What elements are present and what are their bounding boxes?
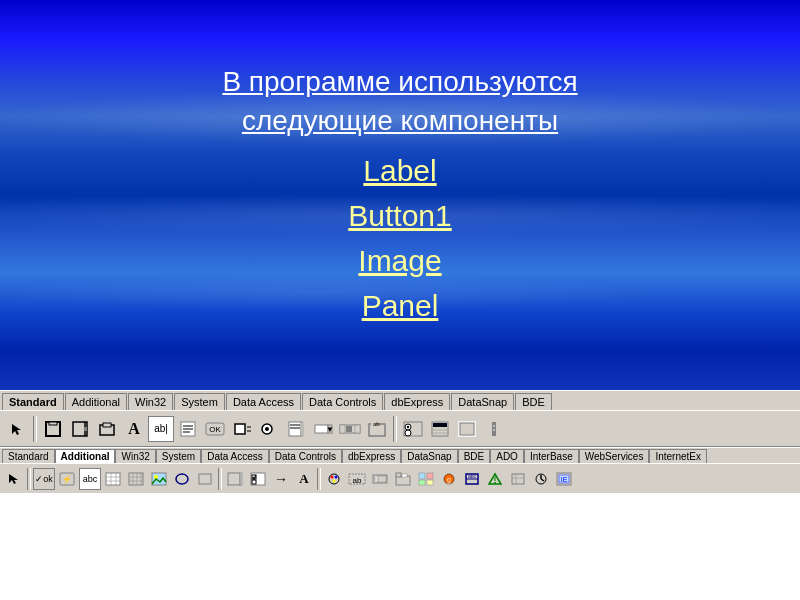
svg-rect-14 <box>235 424 245 434</box>
controlbar-btn[interactable] <box>369 468 391 490</box>
tab-additional[interactable]: Additional <box>65 393 127 410</box>
svg-text:IE: IE <box>561 476 568 483</box>
toolbar-icons-2: ✓ok ⚡ abc <box>0 463 800 493</box>
svg-rect-2 <box>49 422 57 425</box>
tab-system[interactable]: System <box>174 393 225 410</box>
svg-text:ab: ab <box>373 421 380 427</box>
svg-rect-28 <box>355 425 360 433</box>
tab-datasnap[interactable]: DataSnap <box>451 393 514 410</box>
tool-extra-5[interactable] <box>530 468 552 490</box>
svg-point-73 <box>333 479 336 482</box>
slide-component-label: Label <box>222 148 577 193</box>
panel-btn[interactable] <box>454 416 480 442</box>
maskedit-btn[interactable]: abc <box>79 468 101 490</box>
svg-text:g: g <box>447 476 451 484</box>
tab2-datasnap[interactable]: DataSnap <box>401 449 457 463</box>
listbox-btn[interactable] <box>283 416 309 442</box>
tab2-ado[interactable]: ADO <box>490 449 524 463</box>
tab2-standard[interactable]: Standard <box>2 449 55 463</box>
statictext-btn[interactable]: ab <box>346 468 368 490</box>
edit-btn[interactable]: ab| <box>148 416 174 442</box>
label-btn[interactable]: A <box>121 416 147 442</box>
tab-win32[interactable]: Win32 <box>128 393 173 410</box>
svg-marker-0 <box>12 424 21 435</box>
color-btn[interactable] <box>323 468 345 490</box>
tab2-system[interactable]: System <box>156 449 201 463</box>
button-btn[interactable]: OK <box>202 416 228 442</box>
tool-extra-3[interactable] <box>484 468 506 490</box>
tab2-dbexpress[interactable]: dbExpress <box>342 449 401 463</box>
radio-btn[interactable] <box>256 416 282 442</box>
checklistbox-btn[interactable] <box>247 468 269 490</box>
svg-rect-79 <box>378 476 386 482</box>
tab-dbexpress[interactable]: dbExpress <box>384 393 450 410</box>
svg-rect-7 <box>103 423 111 427</box>
tab2-bde[interactable]: BDE <box>458 449 491 463</box>
svg-text:abc: abc <box>468 473 477 479</box>
select-tool-btn[interactable] <box>4 416 30 442</box>
slide-line1: В программе используются <box>222 62 577 101</box>
svg-point-36 <box>405 430 411 436</box>
speedbtn-btn[interactable]: ⚡ <box>56 468 78 490</box>
arrow-btn-2[interactable]: → <box>270 468 292 490</box>
memo-btn[interactable] <box>175 416 201 442</box>
slide-line2: следующие компоненты <box>222 101 577 140</box>
bevel-btn[interactable] <box>194 468 216 490</box>
tab-data-access[interactable]: Data Access <box>226 393 301 410</box>
combobox-btn[interactable]: ▼ <box>310 416 336 442</box>
svg-line-63 <box>199 474 211 484</box>
tab2-internetex[interactable]: InternetEx <box>649 449 707 463</box>
svg-rect-86 <box>427 480 433 485</box>
slide-content: В программе используются следующие компо… <box>222 62 577 328</box>
scrollbox-btn-2[interactable] <box>224 468 246 490</box>
tool-extra-1[interactable]: g <box>438 468 460 490</box>
tab2-additional[interactable]: Additional <box>55 449 116 463</box>
tab2-webservices[interactable]: WebServices <box>579 449 650 463</box>
pagecontrol-btn[interactable] <box>392 468 414 490</box>
stringgrid-btn[interactable] <box>102 468 124 490</box>
svg-rect-27 <box>340 425 345 433</box>
svg-rect-85 <box>419 480 425 485</box>
checkbox-btn[interactable] <box>229 416 255 442</box>
groupbox-btn[interactable]: ab <box>364 416 390 442</box>
svg-point-61 <box>176 474 188 484</box>
tool-extra-6[interactable]: IE <box>553 468 575 490</box>
svg-point-71 <box>331 475 334 478</box>
tab2-interbase[interactable]: InterBase <box>524 449 579 463</box>
scrollbox-btn[interactable] <box>67 416 93 442</box>
svg-rect-66 <box>228 485 240 486</box>
toolbar-area-1: StandardAdditionalWin32SystemData Access… <box>0 390 800 447</box>
image-btn[interactable] <box>148 468 170 490</box>
tab-bar-1: StandardAdditionalWin32SystemData Access… <box>0 391 800 410</box>
shape-btn[interactable] <box>171 468 193 490</box>
listgroup-btn[interactable] <box>427 416 453 442</box>
label-btn-2[interactable]: A <box>293 468 315 490</box>
tab-data-controls[interactable]: Data Controls <box>302 393 383 410</box>
drawgrid-btn[interactable] <box>125 468 147 490</box>
tab2-data-access[interactable]: Data Access <box>201 449 269 463</box>
tab-standard[interactable]: Standard <box>2 393 64 410</box>
svg-text:▼: ▼ <box>326 425 333 434</box>
frame-btn[interactable] <box>40 416 66 442</box>
svg-rect-95 <box>512 474 524 484</box>
sep1 <box>33 416 37 442</box>
tool-extra-4[interactable] <box>507 468 529 490</box>
imagelist-btn[interactable] <box>415 468 437 490</box>
bitbtn-btn[interactable]: ✓ok <box>33 468 55 490</box>
svg-rect-48 <box>106 473 120 485</box>
tab-bde[interactable]: BDE <box>515 393 552 410</box>
svg-rect-19 <box>289 422 301 436</box>
tool-extra-2[interactable]: abc <box>461 468 483 490</box>
radiogroup-btn[interactable] <box>400 416 426 442</box>
select-tool-btn-2[interactable] <box>3 468 25 490</box>
component-btn[interactable] <box>94 416 120 442</box>
svg-point-35 <box>407 425 409 427</box>
svg-line-100 <box>541 479 544 481</box>
tab2-win32[interactable]: Win32 <box>115 449 155 463</box>
splitter-btn[interactable] <box>481 416 507 442</box>
scrollbar-btn[interactable] <box>337 416 363 442</box>
sep2 <box>393 416 397 442</box>
tab2-data-controls[interactable]: Data Controls <box>269 449 342 463</box>
svg-marker-45 <box>9 474 18 484</box>
toolbar-area-2: StandardAdditionalWin32SystemData Access… <box>0 447 800 493</box>
